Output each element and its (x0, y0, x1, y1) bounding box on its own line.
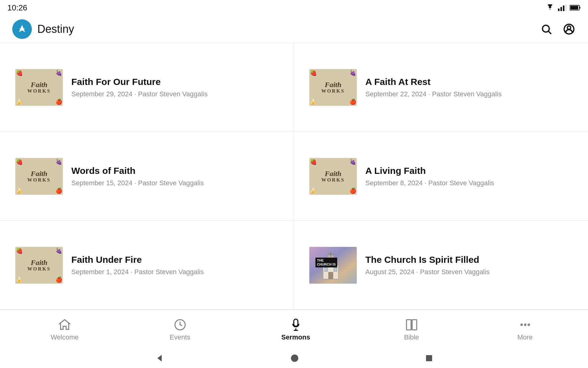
svg-rect-25 (412, 320, 417, 330)
header-left: Destiny (12, 19, 74, 39)
wifi-icon (545, 4, 555, 11)
status-time: 10:26 (7, 3, 27, 13)
home-button[interactable] (290, 354, 299, 364)
header: Destiny (0, 15, 588, 43)
svg-point-10 (567, 26, 571, 29)
logo-icon (17, 24, 28, 35)
sermon-thumbnail: 🍓 🍇 Faith WORKS 🍌 🍎 (15, 158, 63, 195)
home-icon (290, 354, 299, 362)
nav-item-sermons[interactable]: Sermons (269, 316, 322, 344)
svg-marker-20 (59, 320, 70, 329)
nav-item-more[interactable]: More (501, 316, 550, 344)
svg-rect-1 (560, 7, 562, 11)
svg-rect-2 (563, 6, 564, 11)
sermon-info: Words of Faith September 15, 2024 · Past… (71, 166, 278, 187)
svg-rect-16 (329, 254, 333, 255)
svg-rect-33 (426, 355, 432, 361)
nav-item-bible[interactable]: Bible (387, 316, 436, 344)
sermon-title: The Church Is Spirit Filled (365, 255, 573, 265)
sermon-item[interactable]: 🍓 🍇 Faith WORKS 🍌 🍎 Faith Under Fire Sep… (0, 221, 294, 310)
sermon-thumbnail: 🍓 🍇 Faith WORKS 🍌 🍎 (309, 158, 357, 195)
svg-rect-19 (334, 268, 337, 271)
nav-label-sermons: Sermons (281, 333, 310, 341)
sermon-title: Faith Under Fire (71, 255, 278, 265)
svg-point-7 (542, 25, 549, 32)
sermon-title: A Faith At Rest (365, 77, 573, 87)
svg-rect-0 (558, 9, 560, 11)
sermon-title: A Living Faith (365, 166, 573, 176)
svg-rect-5 (579, 7, 580, 9)
sermon-info: A Living Faith September 8, 2024 · Pasto… (365, 166, 573, 187)
nav-item-events[interactable]: Events (156, 316, 205, 344)
events-icon (174, 319, 186, 331)
sermons-icon (290, 319, 302, 331)
app-logo[interactable] (12, 19, 32, 39)
more-icon (519, 319, 531, 331)
nav-label-more: More (517, 333, 533, 341)
sermon-meta: September 8, 2024 · Pastor Steve Vaggali… (365, 179, 573, 187)
sermon-title: Faith For Our Future (71, 77, 278, 87)
sermon-thumbnail: 🍓 🍇 Faith WORKS 🍌 🍎 (15, 69, 63, 106)
sermon-grid: 🍓 🍇 Faith WORKS 🍌 🍎 Faith For Our Future… (0, 43, 588, 310)
svg-marker-31 (157, 355, 162, 362)
sermon-meta: September 15, 2024 · Pastor Steve Vaggal… (71, 179, 278, 187)
back-icon (155, 354, 164, 363)
sermon-meta: September 22, 2024 · Pastor Steven Vagga… (365, 90, 573, 98)
nav-label-events: Events (170, 333, 190, 341)
svg-line-8 (548, 31, 551, 34)
status-bar: 10:26 (0, 0, 588, 15)
main-content: 🍓 🍇 Faith WORKS 🍌 🍎 Faith For Our Future… (0, 43, 588, 310)
nav-label-welcome: Welcome (51, 333, 78, 341)
sermon-info: Faith Under Fire September 1, 2024 · Pas… (71, 255, 278, 276)
search-button[interactable] (540, 22, 553, 36)
svg-rect-3 (565, 4, 567, 11)
recents-icon (425, 354, 433, 362)
church-label: THECHURCH IS (315, 258, 337, 267)
svg-rect-6 (570, 6, 578, 10)
status-icons (545, 4, 581, 11)
sermon-info: A Faith At Rest September 22, 2024 · Pas… (365, 77, 573, 98)
sermon-item[interactable]: THECHURCH IS The Church Is Spirit Filled… (294, 221, 588, 310)
sermon-meta: August 25, 2024 · Pastor Steven Vaggalis (365, 268, 573, 276)
sermon-item[interactable]: 🍓 🍇 Faith WORKS 🍌 🍎 Words of Faith Septe… (0, 132, 294, 221)
app-title: Destiny (37, 23, 74, 36)
profile-button[interactable] (562, 22, 576, 36)
svg-point-28 (521, 324, 522, 325)
sermon-item[interactable]: 🍓 🍇 Faith WORKS 🍌 🍎 A Faith At Rest Sept… (294, 43, 588, 132)
welcome-icon (58, 319, 71, 331)
nav-item-welcome[interactable]: Welcome (38, 316, 91, 344)
svg-rect-17 (328, 272, 333, 279)
svg-point-30 (528, 324, 530, 325)
svg-rect-24 (406, 320, 411, 330)
back-button[interactable] (155, 354, 164, 364)
sermon-meta: September 1, 2024 · Pastor Steven Vaggal… (71, 268, 278, 276)
nav-label-bible: Bible (404, 333, 419, 341)
battery-icon (570, 5, 581, 11)
sermon-thumbnail: 🍓 🍇 Faith WORKS 🍌 🍎 (15, 247, 63, 284)
bible-icon (405, 319, 418, 331)
sermon-info: The Church Is Spirit Filled August 25, 2… (365, 255, 573, 276)
svg-point-29 (524, 324, 526, 325)
svg-rect-18 (325, 268, 328, 271)
sermon-meta: September 29, 2024 · Pastor Steven Vagga… (71, 90, 278, 98)
android-nav (0, 350, 588, 368)
sermon-thumbnail: 🍓 🍇 Faith WORKS 🍌 🍎 (309, 69, 357, 106)
sermon-info: Faith For Our Future September 29, 2024 … (71, 77, 278, 98)
bottom-nav: Welcome Events Sermons Bible (0, 310, 588, 350)
sermon-title: Words of Faith (71, 166, 278, 176)
signal-icon (558, 4, 567, 11)
sermon-item[interactable]: 🍓 🍇 Faith WORKS 🍌 🍎 A Living Faith Septe… (294, 132, 588, 221)
header-right (540, 22, 576, 36)
profile-icon (563, 23, 575, 35)
svg-point-32 (291, 355, 298, 362)
sermon-thumbnail: THECHURCH IS (309, 247, 357, 284)
sermon-item[interactable]: 🍓 🍇 Faith WORKS 🍌 🍎 Faith For Our Future… (0, 43, 294, 132)
recents-button[interactable] (425, 354, 433, 363)
search-icon (541, 23, 552, 35)
